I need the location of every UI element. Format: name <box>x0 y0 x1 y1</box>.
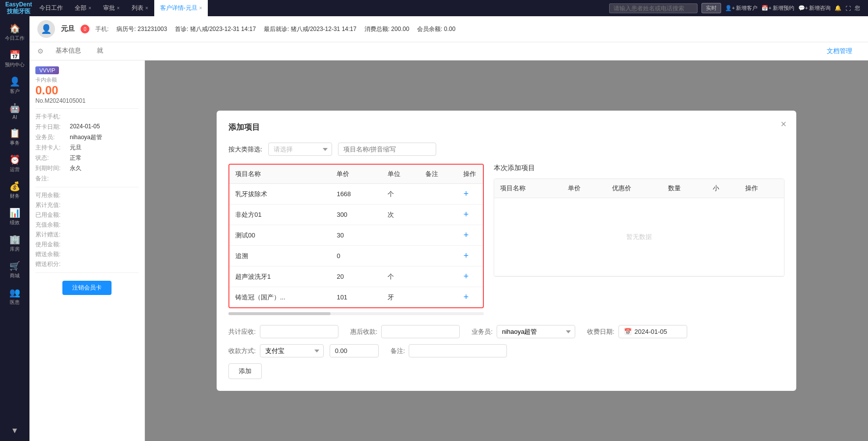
modal-overlay: 添加项目 × 按大类筛选: 请选择 <box>145 60 868 441</box>
membership-tag: VVVIP <box>35 66 59 74</box>
last-visit-info: 最后就诊: 猪八戒/2023-12-31 14:17 <box>264 25 357 33</box>
info-row-phone: 开卡手机: <box>35 113 139 121</box>
date-input[interactable]: 📅 2024-01-05 <box>618 325 687 338</box>
tab-today-work[interactable]: 今日工作 <box>33 0 69 16</box>
add-item-button-1[interactable]: + <box>463 209 469 220</box>
sidebar-label-ai: AI <box>12 115 17 120</box>
item-unit-4: 个 <box>382 266 420 287</box>
member-balance-info: 会员余额: 0.00 <box>417 25 455 33</box>
note-input[interactable] <box>409 344 507 357</box>
balance-label: 卡内余额 <box>35 76 139 84</box>
tab-review-close[interactable]: × <box>117 5 120 11</box>
right-panel: 添加项目 × 按大类筛选: 请选择 <box>145 60 868 441</box>
sidebar-item-customer[interactable]: 👤 客户 <box>2 73 27 98</box>
sub-tab-visit[interactable]: 就 <box>89 42 111 60</box>
discount-input[interactable] <box>381 325 460 338</box>
sidebar-item-today-work[interactable]: 🏠 今日工作 <box>2 20 27 45</box>
col-header-price: 单价 <box>331 165 381 184</box>
tab-list-close[interactable]: × <box>145 5 148 11</box>
item-price-0: 1668 <box>331 184 381 205</box>
sidebar-item-operations[interactable]: ⏰ 运营 <box>2 151 27 176</box>
add-submit-button[interactable]: 添加 <box>228 363 262 379</box>
table-row: 铸造冠（国产）... 101 牙 + <box>229 287 483 308</box>
added-table: 项目名称 单价 优惠价 数量 小 操作 <box>494 178 784 277</box>
filter-label: 按大类筛选: <box>228 145 262 154</box>
item-price-1: 300 <box>331 205 381 225</box>
user-avatar[interactable]: 您 <box>855 4 860 12</box>
tab-list[interactable]: 列表 × <box>126 0 154 16</box>
item-search-input[interactable] <box>338 143 436 156</box>
tab-customer-close[interactable]: × <box>199 5 202 11</box>
patient-search-input[interactable] <box>609 3 698 13</box>
nav-right-actions: 实时 👤+ 新增客户 📅+ 新增预约 💬+ 新增咨询 🔔 ⛶ 您 <box>609 3 864 13</box>
empty-placeholder: 暂无数据 <box>500 203 778 271</box>
info-row-status: 状态: 正常 <box>35 154 139 162</box>
add-item-button-2[interactable]: + <box>463 230 469 240</box>
patient-avatar: 👤 <box>37 20 55 38</box>
sidebar-item-affairs[interactable]: 📋 事务 <box>2 125 27 149</box>
settings-icon[interactable]: ⚙ <box>37 47 44 55</box>
item-unit-2 <box>382 225 420 246</box>
sidebar-item-patient[interactable]: 👥 医患 <box>2 284 27 309</box>
recharge-balance-row: 充值余额: <box>35 221 139 229</box>
sidebar-item-appointment[interactable]: 📅 预约中心 <box>2 47 27 71</box>
staff-select[interactable]: nihaoya超管 <box>497 325 575 338</box>
modal-title: 添加项目 <box>228 122 784 133</box>
sidebar-item-ai[interactable]: 🤖 AI <box>2 100 27 123</box>
first-visit-label: 首诊: <box>175 26 188 32</box>
gift-used-row: 使用金额: <box>35 240 139 249</box>
new-appointment-button[interactable]: 📅+ 新增预约 <box>761 4 794 12</box>
item-action-1: + <box>457 205 483 225</box>
sub-tab-basic-info[interactable]: 基本信息 <box>48 42 89 60</box>
add-item-button-3[interactable]: + <box>463 251 469 261</box>
doc-mgmt-link[interactable]: 文档管理 <box>827 47 860 56</box>
affairs-icon: 📋 <box>9 128 20 139</box>
home-icon: 🏠 <box>9 23 20 34</box>
sidebar-collapse-icon[interactable]: ▼ <box>11 426 19 441</box>
item-name-3: 追溯 <box>229 246 331 266</box>
fullscreen-icon[interactable]: ⛶ <box>845 5 851 11</box>
item-action-4: + <box>457 266 483 287</box>
item-list-section: 项目名称 单价 单位 备注 操作 <box>228 164 484 315</box>
scroll-track <box>228 312 484 315</box>
sidebar-item-finance[interactable]: 💰 财务 <box>2 178 27 203</box>
modal-close-button[interactable]: × <box>781 118 786 130</box>
tab-all[interactable]: 全部 × <box>69 0 97 16</box>
add-item-button-5[interactable]: + <box>463 292 469 302</box>
person-icon: 👤 <box>9 76 20 87</box>
realtime-button[interactable]: 实时 <box>701 3 721 13</box>
category-select[interactable]: 请选择 <box>268 143 332 156</box>
payment-method-select[interactable]: 支付宝 <box>260 344 324 357</box>
added-col-discount: 优惠价 <box>606 179 662 198</box>
tab-all-close[interactable]: × <box>88 5 91 11</box>
expire-label: 到期时间: <box>35 164 70 173</box>
notification-icon[interactable]: 🔔 <box>835 5 841 11</box>
add-item-button-0[interactable]: + <box>463 189 469 199</box>
status-label: 状态: <box>35 154 70 162</box>
first-visit-info: 首诊: 猪八戒/2023-12-31 14:17 <box>175 25 256 33</box>
item-name-1: 非处方01 <box>229 205 331 225</box>
payment-method-field: 收款方式: 支付宝 <box>228 344 379 357</box>
add-item-button-4[interactable]: + <box>463 271 469 282</box>
tab-review[interactable]: 审批 × <box>97 0 126 16</box>
gift-balance-row: 赠送余额: <box>35 250 139 259</box>
sidebar-item-performance[interactable]: 📊 绩效 <box>2 205 27 229</box>
modal-body: 项目名称 单价 单位 备注 操作 <box>228 164 784 315</box>
total-spend-label: 消费总额: <box>364 26 390 32</box>
logo-text: EasyDent技能牙医 <box>5 1 32 14</box>
item-action-0: + <box>457 184 483 205</box>
shop-icon: 🛒 <box>9 261 20 271</box>
tab-customer-detail[interactable]: 客户详情-元旦 × <box>154 0 208 16</box>
member-card-button[interactable]: 注销会员卡 <box>62 281 112 295</box>
sidebar-label-shop: 商城 <box>10 272 20 279</box>
bottom-form: 共计应收: 惠后收款: 业务员: ni <box>228 325 784 379</box>
new-customer-button[interactable]: 👤+ 新增客户 <box>725 4 757 12</box>
table-row: 追溯 0 + <box>229 246 483 266</box>
new-consult-button[interactable]: 💬+ 新增咨询 <box>798 4 831 12</box>
sidebar-item-shop[interactable]: 🛒 商城 <box>2 258 27 282</box>
finance-icon: 💰 <box>9 181 20 192</box>
date-value: 2024-01-05 <box>635 328 668 335</box>
total-input[interactable] <box>260 325 338 338</box>
payment-amount-input[interactable] <box>330 344 379 357</box>
sidebar-item-warehouse[interactable]: 🏢 库房 <box>2 231 27 256</box>
